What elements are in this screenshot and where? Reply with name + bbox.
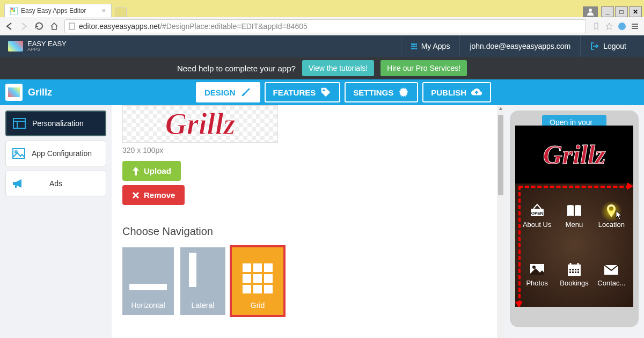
phone-item-contact[interactable]: Contac... — [593, 245, 630, 304]
extension-icon[interactable] — [617, 21, 627, 31]
tab-settings[interactable]: SETTINGS — [345, 82, 418, 102]
photo-icon — [529, 262, 545, 277]
app-brand[interactable]: EASY EASY APPS — [8, 40, 67, 52]
tab-close-icon[interactable]: × — [102, 7, 106, 14]
svg-rect-30 — [572, 269, 574, 270]
phone-logo-text: Grillz — [543, 139, 606, 170]
upload-button[interactable]: Upload — [122, 161, 181, 181]
hire-pro-button[interactable]: Hire our Pro Services! — [380, 60, 467, 76]
svg-rect-34 — [572, 271, 574, 273]
brush-icon — [240, 86, 252, 98]
arrow-down-icon — [515, 302, 523, 307]
svg-rect-6 — [69, 23, 75, 30]
sidebar-item-ads[interactable]: Ads — [5, 171, 106, 196]
svg-rect-35 — [575, 271, 576, 273]
phone-screen: Grillz OPEN About Us Menu — [515, 126, 633, 307]
my-apps-label: My Apps — [421, 42, 450, 50]
svg-point-24 — [532, 266, 536, 269]
help-bar: Need help to complete your app? View the… — [0, 57, 644, 79]
tab-publish[interactable]: PUBLISH — [422, 82, 491, 102]
help-prompt: Need help to complete your app? — [177, 64, 296, 73]
chrome-menu-icon[interactable] — [630, 21, 640, 31]
phone-item-bookings[interactable]: Bookings — [555, 245, 592, 304]
image-icon — [12, 148, 25, 159]
svg-rect-16 — [13, 149, 25, 158]
view-tutorials-button[interactable]: View the tutorials! — [302, 60, 374, 76]
nav-option-horizontal[interactable]: Horizontal — [122, 247, 174, 315]
envelope-icon — [603, 262, 619, 277]
svg-rect-2 — [13, 8, 15, 10]
grid-icon — [411, 43, 417, 49]
home-icon[interactable] — [49, 21, 59, 31]
window-controls: _ □ ✕ — [583, 5, 644, 17]
svg-point-7 — [618, 23, 626, 30]
svg-rect-32 — [577, 269, 579, 270]
new-tab-button[interactable] — [115, 8, 127, 17]
main-area: Personalization App Configuration Ads Gr… — [0, 105, 644, 338]
my-apps-link[interactable]: My Apps — [401, 35, 460, 57]
sidebar-item-label: Personalization — [32, 119, 84, 128]
sidebar-item-app-config[interactable]: App Configuration — [5, 141, 106, 166]
nav-option-grid[interactable]: Grid — [232, 247, 283, 315]
logout-icon — [590, 42, 599, 50]
logo-preview: Grillz — [122, 105, 278, 143]
window-close-icon[interactable]: ✕ — [629, 6, 642, 17]
bookmark-icon[interactable] — [591, 21, 601, 31]
phone-logo-area: Grillz — [515, 126, 633, 183]
svg-rect-33 — [569, 271, 571, 273]
tab-design[interactable]: DESIGN — [196, 82, 260, 102]
nav-option-lateral[interactable]: Lateral — [180, 247, 225, 315]
window-minimize-icon[interactable]: _ — [601, 6, 614, 17]
chrome-user-icon[interactable] — [583, 6, 598, 17]
open-sign-icon: OPEN — [529, 203, 545, 218]
phone-preview-panel: Open in your phone Grillz OPEN About Us … — [504, 105, 644, 338]
sidebar: Personalization App Configuration Ads — [0, 105, 112, 338]
browser-chrome-top: Easy Easy Apps Editor × _ □ ✕ — [0, 0, 644, 17]
url-bar[interactable]: editor.easyeasyapps.net/#DesignPlace:edi… — [64, 19, 586, 33]
phone-app-grid: OPEN About Us Menu Location — [515, 183, 633, 307]
svg-point-5 — [589, 9, 592, 12]
logo-preview-text: Grillz — [165, 107, 236, 141]
browser-nav-bar: editor.easyeasyapps.net/#DesignPlace:edi… — [0, 17, 644, 35]
browser-tab[interactable]: Easy Easy Apps Editor × — [4, 4, 112, 17]
brand-icon — [8, 41, 23, 52]
reload-icon[interactable] — [34, 21, 44, 31]
gear-icon — [398, 86, 409, 98]
sidebar-item-personalization[interactable]: Personalization — [5, 111, 106, 136]
choose-navigation-title: Choose Navigation — [122, 225, 494, 238]
scrollbar-thumb[interactable] — [498, 115, 503, 195]
layout-icon — [13, 118, 26, 129]
tab-bar: Easy Easy Apps Editor × — [0, 4, 583, 17]
star-icon[interactable] — [604, 21, 614, 31]
upload-icon — [132, 167, 140, 175]
phone-item-about[interactable]: OPEN About Us — [518, 187, 555, 245]
tab-title: Easy Easy Apps Editor — [21, 7, 86, 14]
forward-icon[interactable] — [19, 21, 29, 31]
svg-point-11 — [323, 90, 325, 92]
megaphone-icon — [12, 178, 25, 189]
content-panel: Grillz 320 x 100px Upload Remove Choose … — [112, 105, 504, 338]
svg-rect-3 — [11, 10, 13, 12]
logout-link[interactable]: Logout — [580, 35, 636, 57]
current-app-name: Grillz — [5, 84, 52, 101]
sidebar-item-label: App Configuration — [32, 149, 92, 158]
close-icon — [132, 192, 140, 199]
remove-button[interactable]: Remove — [122, 185, 185, 205]
navigation-options: Horizontal Lateral Grid — [122, 247, 494, 315]
svg-text:OPEN: OPEN — [531, 211, 543, 216]
window-maximize-icon[interactable]: □ — [615, 6, 628, 17]
phone-item-menu[interactable]: Menu — [555, 187, 592, 245]
calendar-icon — [566, 262, 582, 277]
scrollbar-up-icon[interactable]: ▲ — [497, 105, 504, 113]
user-email[interactable]: john.doe@easyeasyapps.com — [459, 35, 580, 57]
svg-rect-36 — [577, 271, 579, 273]
url-text: editor.easyeasyapps.net/#DesignPlace:edi… — [79, 22, 308, 31]
app-header: EASY EASY APPS My Apps john.doe@easyeasy… — [0, 35, 644, 57]
back-icon[interactable] — [4, 21, 14, 31]
cloud-upload-icon — [471, 86, 482, 98]
svg-rect-29 — [569, 269, 571, 270]
scrollbar[interactable]: ▲ — [497, 105, 504, 338]
tab-features[interactable]: FEATURES — [265, 82, 341, 102]
phone-item-photos[interactable]: Photos — [518, 245, 555, 304]
phone-item-location[interactable]: Location — [593, 187, 630, 245]
